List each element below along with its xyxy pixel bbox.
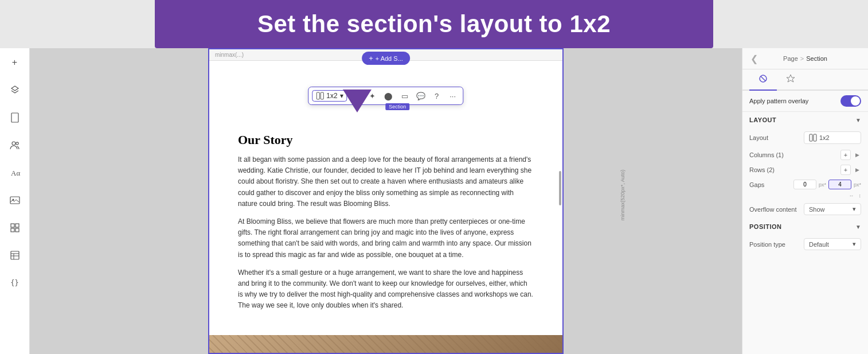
content-para-2: At Blooming Bliss, we believe that flowe… <box>238 216 534 260</box>
gap-link-icons: ↔ ↕ <box>742 192 868 200</box>
layout-row: Layout 1x2 <box>742 128 868 147</box>
sidebar-code-icon[interactable]: {} <box>6 274 24 291</box>
banner-title: Set the section's layout to 1x2 <box>166 10 702 38</box>
apply-pattern-toggle[interactable] <box>840 95 861 107</box>
sidebar-layers-icon[interactable] <box>6 81 24 99</box>
section-badge: Section <box>385 103 409 110</box>
layout-section-title: Layout <box>749 116 776 123</box>
svg-marker-14 <box>343 90 372 112</box>
position-type-select[interactable]: Default ▾ <box>804 238 861 250</box>
position-section-title: Position <box>749 223 782 230</box>
gap-h-icon: ↔ <box>849 193 854 199</box>
columns-row: Columns (1) + ▶ <box>742 147 868 162</box>
panel-header: ❮ Page > Section <box>742 48 868 69</box>
content-para-1: It all began with some passion and a dee… <box>238 154 534 209</box>
sidebar-table-icon[interactable] <box>6 247 24 264</box>
left-sidebar: + Aα {} <box>0 48 30 354</box>
sidebar-image-icon[interactable] <box>6 192 24 209</box>
svg-rect-16 <box>320 92 323 99</box>
tab-interactions[interactable] <box>777 69 804 91</box>
sidebar-font-icon[interactable]: Aα <box>6 164 24 181</box>
toolbar-frame-icon[interactable]: ▭ <box>398 89 412 103</box>
rows-arrow-button[interactable]: ▶ <box>853 165 861 175</box>
gaps-label: Gaps <box>749 181 764 188</box>
tab-style[interactable] <box>749 69 777 91</box>
right-panel: ❮ Page > Section Apply pattern overlay <box>742 48 868 354</box>
svg-rect-15 <box>316 92 319 99</box>
image-section <box>209 335 562 354</box>
svg-point-2 <box>15 142 18 145</box>
toolbar-help-icon[interactable]: ? <box>430 89 444 103</box>
content-heading: Our Story <box>238 133 534 147</box>
scrollbar[interactable] <box>559 171 561 205</box>
toolbar-more-icon[interactable]: ··· <box>446 89 460 103</box>
gap-inputs: px* px* <box>793 180 861 189</box>
gap-v-input[interactable] <box>828 180 851 189</box>
columns-plus-button[interactable]: + <box>840 150 851 160</box>
layout-section: Layout ▼ Layout 1x2 Columns (1) + ▶ <box>742 112 868 219</box>
columns-control: + ▶ <box>840 150 861 160</box>
toolbar-fill-icon[interactable]: ⬤ <box>382 89 396 103</box>
content-section: Our Story It all began with some passion… <box>209 115 562 335</box>
position-chevron-icon: ▼ <box>855 224 861 230</box>
svg-rect-9 <box>15 228 19 232</box>
section-toolbar: 1x2 ▾ ✦ ⬤ ▭ 💬 ? ··· Section <box>308 87 463 105</box>
layout-value-label: 1x2 <box>326 92 337 100</box>
svg-rect-7 <box>15 224 19 227</box>
layout-section-header[interactable]: Layout ▼ <box>742 112 868 128</box>
overflow-chevron-icon: ▾ <box>853 205 856 213</box>
tutorial-banner: Set the section's layout to 1x2 <box>155 0 713 48</box>
purple-arrow <box>340 81 374 118</box>
rows-plus-button[interactable]: + <box>840 165 851 175</box>
main-layout: + Aα {} Tablet (1000p <box>0 48 868 354</box>
gap-h-input[interactable] <box>793 180 816 189</box>
page-frame: minmax(...) + + Add S... 1x2 ▾ <box>208 48 564 354</box>
apply-pattern-row: Apply pattern overlay <box>742 91 868 112</box>
panel-tabs <box>742 69 868 91</box>
apply-pattern-label: Apply pattern overlay <box>749 98 808 104</box>
overflow-select[interactable]: Show ▾ <box>804 203 861 215</box>
columns-arrow-button[interactable]: ▶ <box>853 150 861 160</box>
rows-control: + ▶ <box>840 165 861 175</box>
overflow-row: Overflow content Show ▾ <box>742 200 868 219</box>
position-section: Position ▼ Position type Default ▾ <box>742 219 868 254</box>
overflow-value: Show <box>809 206 825 213</box>
svg-point-1 <box>12 142 15 145</box>
breadcrumb-parent: Page <box>783 55 798 62</box>
layout-select-box[interactable]: 1x2 <box>804 131 861 144</box>
toolbar-comment-icon[interactable]: 💬 <box>414 89 428 103</box>
position-type-row: Position type Default ▾ <box>742 235 868 254</box>
layout-label: Layout <box>749 134 768 141</box>
gap-h-unit: px* <box>819 182 826 188</box>
breadcrumb-current: Section <box>806 55 827 62</box>
position-type-value: Default <box>809 241 829 248</box>
rows-row: Rows (2) + ▶ <box>742 162 868 177</box>
breadcrumb-separator: > <box>800 55 804 62</box>
svg-text:Aα: Aα <box>11 169 20 177</box>
columns-label: Columns (1) <box>749 151 784 158</box>
sidebar-grid-icon[interactable] <box>6 219 24 236</box>
layout-chevron-icon: ▼ <box>855 117 861 123</box>
url-label: minmax(...) <box>215 52 244 58</box>
position-type-chevron-icon: ▾ <box>853 240 856 248</box>
gap-v-unit: px* <box>854 182 861 188</box>
position-section-header[interactable]: Position ▼ <box>742 219 868 235</box>
canvas-area: Tablet (1000px and below) Tablet (1000px… <box>30 48 742 354</box>
svg-rect-19 <box>810 134 812 141</box>
svg-rect-4 <box>10 197 19 204</box>
gap-v-icon: ↕ <box>859 193 862 199</box>
toggle-knob <box>851 96 860 106</box>
svg-rect-10 <box>11 251 19 259</box>
sidebar-people-icon[interactable] <box>6 137 24 154</box>
collapse-panel-button[interactable]: ❮ <box>748 53 760 64</box>
svg-rect-8 <box>11 228 14 232</box>
svg-rect-20 <box>814 134 816 141</box>
sidebar-page-icon[interactable] <box>6 109 24 126</box>
sidebar-add-icon[interactable]: + <box>6 54 24 71</box>
svg-rect-6 <box>11 224 14 227</box>
position-type-label: Position type <box>749 241 785 248</box>
gaps-row: Gaps px* px* <box>742 177 868 192</box>
add-section-button[interactable]: + + Add S... <box>362 52 410 65</box>
content-para-3: Whether it's a small gesture or a huge a… <box>238 267 534 312</box>
overflow-label: Overflow content <box>749 206 797 213</box>
